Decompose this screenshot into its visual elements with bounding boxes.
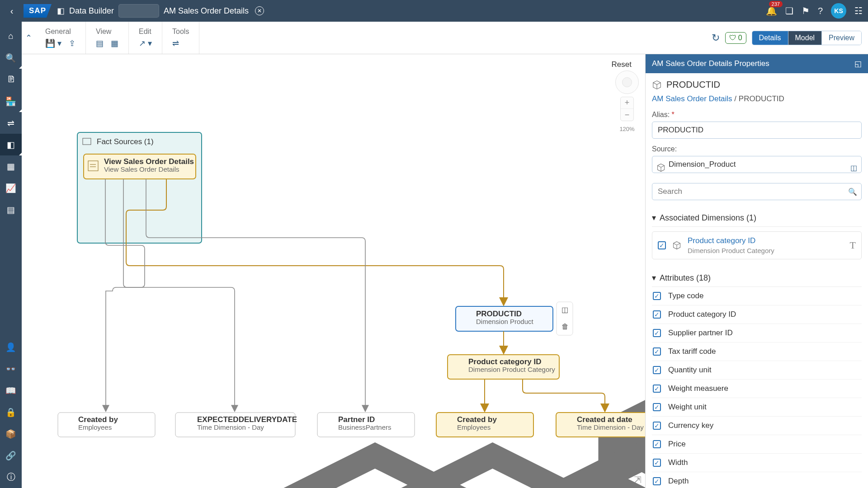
attribute-label: Tax tariff code [668, 347, 716, 356]
grid-view-button[interactable]: ▦ [111, 38, 118, 48]
save-button[interactable]: 💾 ▾ [45, 38, 61, 48]
fact-group-label: Fact Sources (1) [97, 137, 154, 146]
reset-link[interactable]: Reset [612, 60, 632, 69]
canvas-area[interactable]: Reset + − 120% [22, 54, 645, 488]
checkbox[interactable] [653, 385, 661, 393]
shield-icon: 🛡 [729, 34, 736, 42]
tab-details[interactable]: Details [752, 31, 788, 45]
attribute-row[interactable]: Width [652, 454, 862, 472]
back-button[interactable]: ‹ [5, 5, 18, 17]
nav-marketplace[interactable]: 🏪 [0, 90, 22, 112]
nav-users[interactable]: 👤 [0, 336, 22, 358]
source-label: Source: [652, 145, 862, 153]
inbox-icon[interactable]: ❏ [785, 5, 793, 16]
attribute-row[interactable]: Currency key [652, 417, 862, 435]
breadcrumb-app[interactable]: Data Builder [69, 6, 114, 16]
attribute-row[interactable]: Supplier partner ID [652, 324, 862, 343]
attribute-label: Width [668, 458, 688, 467]
nav-files[interactable]: 🖹 [0, 69, 22, 90]
checkbox[interactable] [653, 366, 661, 374]
validation-badge[interactable]: 🛡 0 [725, 32, 746, 44]
checkbox[interactable] [653, 422, 661, 430]
pan-control[interactable] [615, 70, 639, 94]
editor-toolbar: ⌃ General 💾 ▾ ⇪ View ▤ ▦ Edit ↗ ▾ [22, 22, 868, 54]
nav-flows[interactable]: ⇌ [0, 112, 22, 134]
checkbox[interactable] [658, 241, 666, 249]
alias-input[interactable] [652, 122, 862, 139]
checkbox[interactable] [653, 329, 661, 337]
panel-header: AM Sales Order Details Properties [652, 59, 769, 68]
close-tab-icon[interactable]: ✕ [255, 6, 264, 15]
attribute-row[interactable]: Product category ID [652, 305, 862, 324]
nav-integration[interactable]: ▤ [0, 199, 22, 221]
nav-about[interactable]: ⓘ [0, 466, 22, 488]
checkbox[interactable] [653, 440, 661, 448]
attribute-label: Quantity unit [668, 366, 711, 375]
nav-share[interactable]: 🔗 [0, 445, 22, 466]
attribute-row[interactable]: Price [652, 435, 862, 454]
open-node-icon[interactable]: ◫ [561, 306, 568, 314]
page-title: AM Sales Order Details [164, 6, 249, 16]
tools-group-label: Tools [172, 28, 189, 36]
checkbox[interactable] [653, 477, 661, 485]
assoc-item[interactable]: Product category ID Dimension Product Ca… [652, 231, 862, 259]
apps-grid-icon[interactable]: ☷ [854, 5, 863, 16]
checkbox[interactable] [653, 403, 661, 411]
checkbox[interactable] [653, 292, 661, 300]
attribute-row[interactable]: Weight unit [652, 398, 862, 417]
attribute-row[interactable]: Tax tariff code [652, 343, 862, 361]
zoom-in-button[interactable]: + [621, 97, 633, 109]
hierarchy-view-button[interactable]: ▤ [96, 38, 104, 48]
nav-data-builder[interactable]: ◧ [0, 134, 22, 155]
nav-monitor[interactable]: 📈 [0, 177, 22, 199]
attribute-label: Product category ID [668, 310, 736, 319]
checkbox[interactable] [653, 310, 661, 319]
tab-preview[interactable]: Preview [821, 31, 861, 45]
resize-handle-icon[interactable]: ⇱ [634, 474, 642, 485]
space-selector[interactable] [118, 4, 159, 18]
checkbox[interactable] [653, 347, 661, 356]
history-icon[interactable]: ↻ [712, 32, 720, 44]
nav-search[interactable]: 🔍 [0, 47, 22, 69]
nav-package[interactable]: ▦ [0, 155, 22, 177]
notifications-button[interactable]: 🔔 237 [766, 5, 777, 16]
source-input[interactable] [652, 156, 862, 173]
text-type-icon: T [850, 239, 856, 251]
edit-group-label: Edit [139, 28, 152, 36]
alias-label: Alias: [652, 111, 670, 118]
nav-transport[interactable]: 📦 [0, 423, 22, 445]
left-nav-rail: ⌂ 🔍 🖹 🏪 ⇌ ◧ ▦ 📈 ▤ 👤 👓 📖 🔒 📦 🔗 ⓘ [0, 22, 22, 488]
deploy-button[interactable]: ⇪ [69, 38, 75, 48]
open-source-icon[interactable]: ◫ [850, 164, 857, 172]
export-button[interactable]: ↗ ▾ [139, 38, 152, 48]
impact-analysis-button[interactable]: ⇌ [172, 38, 179, 48]
avatar[interactable]: KS [831, 3, 846, 19]
expand-panel-icon[interactable]: ◱ [854, 59, 862, 69]
view-mode-segmented: Details Model Preview [752, 31, 862, 45]
svg-text:Created by: Created by [78, 415, 118, 424]
tab-model[interactable]: Model [788, 31, 822, 45]
search-input[interactable] [652, 183, 862, 200]
general-group-label: General [45, 28, 75, 36]
attribute-row[interactable]: Type code [652, 287, 862, 305]
cube-icon [672, 241, 681, 250]
nav-security[interactable]: 🔒 [0, 401, 22, 423]
checkbox[interactable] [653, 459, 661, 467]
nav-glasses[interactable]: 👓 [0, 358, 22, 380]
support-icon[interactable]: ⚑ [802, 5, 810, 16]
zoom-out-button[interactable]: − [621, 109, 633, 121]
attribute-row[interactable]: Quantity unit [652, 361, 862, 380]
breadcrumb-parent[interactable]: AM Sales Order Details [652, 94, 732, 103]
nav-home[interactable]: ⌂ [0, 25, 22, 47]
shell-bar: ‹ SAP ◧ Data Builder AM Sales Order Deta… [0, 0, 868, 22]
collapse-toolbar-icon[interactable]: ⌃ [22, 22, 35, 54]
svg-text:Created by: Created by [457, 415, 497, 424]
section-attributes[interactable]: ▾ Attributes (18) [652, 269, 862, 287]
attribute-row[interactable]: Weight measuere [652, 380, 862, 398]
section-associated-dimensions[interactable]: ▾ Associated Dimensions (1) [652, 209, 862, 227]
svg-text:Partner ID: Partner ID [338, 415, 375, 424]
nav-docs[interactable]: 📖 [0, 380, 22, 401]
delete-node-icon[interactable]: 🗑 [561, 323, 569, 330]
help-icon[interactable]: ? [818, 6, 823, 16]
attribute-row[interactable]: Depth [652, 472, 862, 488]
